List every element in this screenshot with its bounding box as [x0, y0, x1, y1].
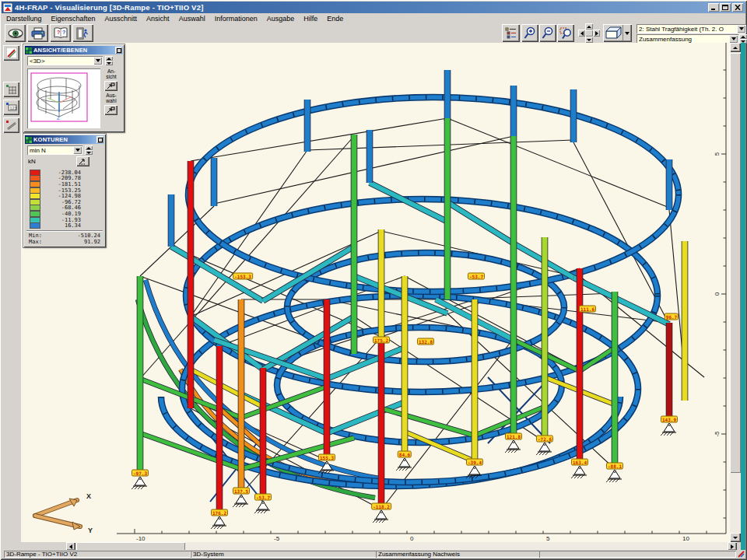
- auswahl-button[interactable]: [104, 105, 117, 115]
- vertical-scrollbar[interactable]: [730, 43, 741, 542]
- close-icon: [735, 5, 741, 10]
- support-symbol: [571, 466, 587, 478]
- support-symbol: [505, 440, 521, 453]
- menu-item-ansicht[interactable]: Ansicht: [142, 14, 174, 23]
- view-spinner[interactable]: [105, 56, 113, 65]
- pan-right-button[interactable]: [593, 30, 600, 37]
- scroll-up-button[interactable]: [730, 43, 741, 52]
- spinner-down-button[interactable]: [85, 150, 93, 155]
- pan-left-button[interactable]: [578, 30, 585, 37]
- chevron-down-icon: [625, 32, 630, 35]
- apply-selection-icon: [107, 107, 115, 114]
- menu-item-ausschnitt[interactable]: Ausschnitt: [100, 14, 142, 23]
- chevron-down-icon: [96, 59, 100, 62]
- printer-icon: [31, 27, 45, 40]
- vertical-scroll-thumb[interactable]: [730, 53, 741, 473]
- member-force-label: 84.6: [398, 451, 412, 458]
- view-panel-collapse-button[interactable]: [115, 47, 122, 54]
- arrow-up-icon: [733, 47, 738, 49]
- criteria-list-icon: [505, 27, 517, 39]
- view-panel-title: ANSICHT/EBENEN: [33, 47, 87, 54]
- panel-grid-icon: [26, 137, 32, 143]
- zoom-in-button[interactable]: [521, 24, 538, 42]
- maximize-button[interactable]: [720, 3, 731, 12]
- menu-item-eigenschaften[interactable]: Eigenschaften: [47, 14, 100, 23]
- loadcase-combobox[interactable]: 2: Stahl Tragfähigkeit (Th. 2. O: [637, 24, 746, 33]
- view-mode-button[interactable]: [603, 24, 632, 42]
- kontur-panel-titlebar[interactable]: KONTUREN: [25, 135, 104, 144]
- view-dropdown-button[interactable]: [93, 57, 102, 65]
- support-symbol: [396, 458, 412, 471]
- member-force-label: -97.3: [132, 470, 149, 477]
- legend-row: 16.34: [30, 222, 81, 229]
- menu-item-informationen[interactable]: Informationen: [210, 14, 262, 23]
- kontur-dropdown-button[interactable]: [73, 146, 82, 154]
- view-preview[interactable]: Z: [27, 68, 100, 128]
- support-symbol: [373, 510, 388, 523]
- status-section-2: 3D-System: [191, 551, 377, 558]
- loadcase-dropdown-button[interactable]: [737, 25, 745, 33]
- view-combobox-value: <3D>: [27, 58, 93, 65]
- pencil-icon: [6, 47, 17, 58]
- model-viewport[interactable]: -10-5051050-5 XY -97.3176.2137.5-53.7155…: [21, 43, 730, 542]
- arrow-up-icon: [86, 147, 91, 149]
- member-force-label: 121.8: [505, 433, 522, 440]
- member-force-label: 96.7: [665, 313, 679, 320]
- pan-center-button[interactable]: [585, 30, 593, 37]
- menu-item-darstellung[interactable]: Darstellung: [2, 14, 47, 23]
- pan-up-button[interactable]: [585, 23, 593, 30]
- status-grip-icon: [738, 551, 745, 558]
- close-button[interactable]: [732, 3, 743, 12]
- svg-text:?: ?: [57, 30, 60, 35]
- chevron-down-icon: [739, 27, 744, 30]
- result-list-button[interactable]: [502, 24, 520, 42]
- chevron-down-icon: [75, 149, 80, 152]
- legend-value: 16.34: [40, 222, 81, 229]
- view-panel-titlebar[interactable]: ANSICHT/EBENEN: [25, 46, 123, 54]
- kontur-panel-collapse-button[interactable]: [96, 136, 103, 143]
- result-dropdown-button[interactable]: [729, 35, 738, 43]
- print-button[interactable]: [27, 24, 48, 42]
- exit-button[interactable]: [72, 24, 93, 42]
- layer-mesh-button[interactable]: [3, 82, 19, 97]
- layer-members-button[interactable]: [3, 117, 19, 133]
- display-options-button[interactable]: [5, 24, 26, 42]
- zoom-window-button[interactable]: [557, 24, 574, 42]
- menu-item-hilfe[interactable]: Hilfe: [299, 14, 322, 23]
- arrow-down-icon: [107, 62, 111, 65]
- view-mode-dropdown[interactable]: [622, 25, 631, 41]
- member-force-label: -153.3: [233, 273, 253, 280]
- pan-control[interactable]: [578, 23, 600, 43]
- x-ruler-tick-label: -5: [274, 535, 280, 542]
- cube-icon: [605, 26, 622, 40]
- status-bar: 3D-Rampe - TIO+TIIO V23D-SystemZusammenf…: [2, 550, 745, 558]
- menu-item-ausgabe[interactable]: Ausgabe: [262, 14, 300, 23]
- kontur-combobox[interactable]: min N: [27, 145, 82, 155]
- workspace-edge: [741, 43, 745, 551]
- arrow-right-icon: [731, 544, 734, 549]
- minimize-button[interactable]: [708, 3, 719, 12]
- member-force-label: 163.4: [571, 459, 588, 466]
- support-symbol: [536, 443, 552, 455]
- help-book-button[interactable]: ? ?: [50, 24, 71, 42]
- ansicht-button[interactable]: [104, 81, 117, 91]
- view-combobox[interactable]: <3D>: [27, 56, 103, 65]
- kontur-spinner[interactable]: [85, 145, 93, 155]
- edit-mode-button[interactable]: [3, 45, 19, 61]
- menu-item-auswahl[interactable]: Auswahl: [174, 14, 210, 23]
- minimize-icon: [710, 5, 717, 10]
- spinner-down-button[interactable]: [105, 61, 113, 65]
- unit-settings-button[interactable]: [76, 156, 89, 166]
- zoom-out-button[interactable]: [539, 24, 556, 42]
- layer-values-button[interactable]: 123: [3, 100, 19, 115]
- app-icon: [3, 3, 12, 12]
- title-bar[interactable]: 4H-FRAP - Visualisierung [3D-Rampe - TIO…: [2, 2, 745, 13]
- x-ruler-tick-label: -10: [136, 535, 146, 542]
- pan-down-button[interactable]: [585, 37, 593, 43]
- maximize-icon: [722, 5, 728, 10]
- support-symbol: [254, 501, 270, 513]
- panel-grid-icon: [26, 47, 32, 54]
- x-ruler-tick-label: 0: [410, 535, 414, 542]
- scroll-down-button[interactable]: [730, 533, 741, 542]
- menu-item-ende[interactable]: Ende: [322, 14, 348, 23]
